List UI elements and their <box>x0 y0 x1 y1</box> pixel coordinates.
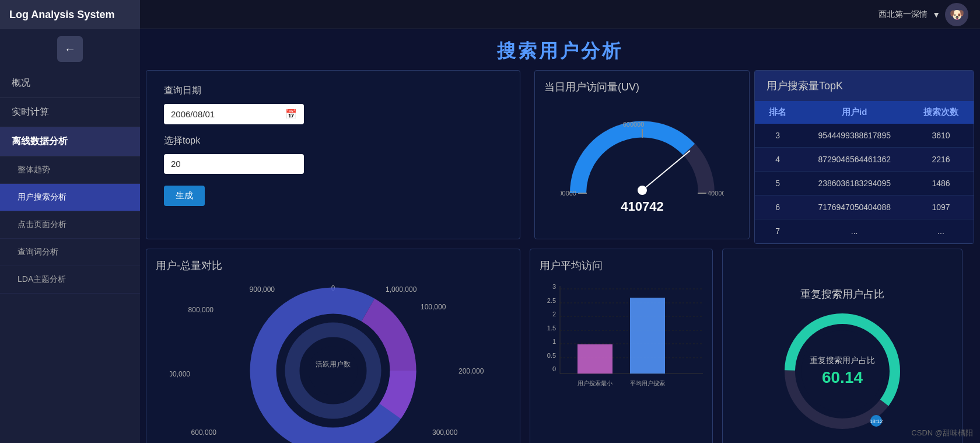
svg-text:200000: 200000 <box>561 190 576 197</box>
generate-button[interactable]: 生成 <box>164 186 205 206</box>
uv-title: 当日用户访问量(UV) <box>544 80 639 94</box>
svg-text:400000: 400000 <box>708 190 724 197</box>
repeat-gauge: 重复搜索用户占比 60.14 18:12 <box>778 307 907 435</box>
svg-text:600,000: 600,000 <box>191 428 217 437</box>
cell-count: 1097 <box>908 196 974 219</box>
table-row: 7 ... ... <box>755 219 974 243</box>
svg-text:300,000: 300,000 <box>432 428 458 437</box>
repeat-title: 重复搜索用户占比 <box>800 287 884 301</box>
sidebar-sub-lda[interactable]: LDA主题分析 <box>0 266 140 294</box>
gauge-container: 600000 400000 200000 410742 <box>561 100 724 217</box>
svg-text:2: 2 <box>552 311 556 318</box>
svg-text:1.5: 1.5 <box>547 325 556 332</box>
svg-text:0: 0 <box>552 365 556 372</box>
svg-text:1,000,000: 1,000,000 <box>386 285 417 294</box>
svg-text:410742: 410742 <box>621 199 663 214</box>
cell-userid: ... <box>800 219 908 243</box>
main-content: 搜索用户分析 查询日期 📅 选择topk 生成 当日用户访问量 <box>140 29 980 443</box>
topbar-user[interactable]: 西北第一深情 ▼ 🐶 <box>878 3 968 26</box>
svg-text:1: 1 <box>552 338 556 345</box>
sidebar-sub-query-word[interactable]: 查询词分析 <box>0 239 140 266</box>
cell-rank: 5 <box>755 172 800 196</box>
donut-chart: 0 100,000 200,000 300,000 400,000 500,00… <box>170 280 496 443</box>
sidebar-item-realtime[interactable]: 实时计算 <box>0 98 140 127</box>
cell-count: 3610 <box>908 124 974 148</box>
repeat-panel: 重复搜索用户占比 重复搜索用户占比 60.14 <box>722 249 963 443</box>
uv-panel: 当日用户访问量(UV) 600000 400000 2 <box>534 70 750 239</box>
svg-text:用户搜索最小: 用户搜索最小 <box>578 380 612 386</box>
watermark: CSDN @甜味橘阳 <box>911 428 973 438</box>
avg-panel: 用户平均访问 3 2.5 2 1.5 1 0.5 0 <box>530 249 713 443</box>
gauge-svg: 600000 400000 200000 410742 <box>561 100 724 217</box>
sidebar-header: Log Analysis System <box>0 0 140 29</box>
table-row: 6 7176947050404088 1097 <box>755 196 974 219</box>
svg-text:18:12: 18:12 <box>870 418 883 424</box>
svg-text:3: 3 <box>552 283 556 290</box>
col-count: 搜索次数 <box>908 101 974 124</box>
cell-rank: 6 <box>755 196 800 219</box>
topbar: 西北第一深情 ▼ 🐶 <box>140 0 980 29</box>
avg-chart: 3 2.5 2 1.5 1 0.5 0 <box>540 277 715 441</box>
svg-text:700,000: 700,000 <box>170 370 190 378</box>
back-icon: ← <box>64 43 76 56</box>
svg-rect-40 <box>578 344 612 374</box>
sidebar-title: Log Analysis System <box>9 9 114 21</box>
cell-rank: 3 <box>755 124 800 148</box>
avatar: 🐶 <box>945 3 968 26</box>
donut-panel: 用户-总量对比 0 100,000 200,000 300,000 400,00… <box>146 249 520 443</box>
svg-text:200,000: 200,000 <box>459 367 484 375</box>
svg-text:900,000: 900,000 <box>250 285 275 294</box>
cell-rank: 4 <box>755 148 800 172</box>
svg-text:2.5: 2.5 <box>547 297 556 304</box>
svg-text:100,000: 100,000 <box>421 303 446 311</box>
topk-input[interactable] <box>171 159 297 169</box>
date-input[interactable] <box>171 109 276 119</box>
cell-rank: 7 <box>755 219 800 243</box>
sidebar-sub-trend[interactable]: 整体趋势 <box>0 156 140 184</box>
svg-point-23 <box>309 346 358 395</box>
cell-count: ... <box>908 219 974 243</box>
table-row: 3 9544499388617895 3610 <box>755 124 974 148</box>
svg-text:0.5: 0.5 <box>547 352 556 359</box>
topk-label: 选择topk <box>164 135 502 147</box>
username-label: 西北第一深情 <box>878 9 928 20</box>
topk-table-title: 用户搜索量TopK <box>755 71 974 101</box>
back-button[interactable]: ← <box>57 36 83 62</box>
repeat-gauge-svg: 重复搜索用户占比 60.14 18:12 <box>778 307 907 435</box>
svg-text:平均用户搜索: 平均用户搜索 <box>630 380 665 386</box>
col-userid: 用户id <box>800 101 908 124</box>
sidebar: Log Analysis System ← 概况 实时计算 离线数据分析 整体趋… <box>0 0 140 443</box>
svg-text:800,000: 800,000 <box>188 306 214 314</box>
donut-title: 用户-总量对比 <box>156 259 510 273</box>
cell-count: 1486 <box>908 172 974 196</box>
top-row: 查询日期 📅 选择topk 生成 当日用户访问量(UV) <box>140 70 980 244</box>
cell-userid: 8729046564461362 <box>800 148 908 172</box>
sidebar-item-offline[interactable]: 离线数据分析 <box>0 127 140 156</box>
cell-userid: 9544499388617895 <box>800 124 908 148</box>
svg-text:600000: 600000 <box>622 121 644 128</box>
date-input-wrap[interactable]: 📅 <box>164 104 304 124</box>
page-title: 搜索用户分析 <box>140 29 980 70</box>
sidebar-sub-user-search[interactable]: 用户搜索分析 <box>0 184 140 211</box>
dropdown-icon[interactable]: ▼ <box>932 10 940 19</box>
topk-input-wrap[interactable] <box>164 154 304 174</box>
calendar-icon: 📅 <box>285 109 297 120</box>
table-row: 5 2386036183294095 1486 <box>755 172 974 196</box>
topk-panel: 用户搜索量TopK 排名 用户id 搜索次数 3 954449938861789… <box>754 70 974 244</box>
date-label: 查询日期 <box>164 85 502 97</box>
col-rank: 排名 <box>755 101 800 124</box>
table-row: 4 8729046564461362 2216 <box>755 148 974 172</box>
topk-table: 排名 用户id 搜索次数 3 9544499388617895 36104 87… <box>755 101 974 243</box>
svg-text:活跃用户数: 活跃用户数 <box>316 360 351 368</box>
cell-userid: 2386036183294095 <box>800 172 908 196</box>
svg-text:60.14: 60.14 <box>822 368 863 386</box>
svg-line-7 <box>642 151 690 190</box>
svg-text:重复搜索用户占比: 重复搜索用户占比 <box>810 355 875 365</box>
svg-rect-41 <box>630 298 665 374</box>
avg-title: 用户平均访问 <box>540 259 703 273</box>
cell-userid: 7176947050404088 <box>800 196 908 219</box>
sidebar-item-overview[interactable]: 概况 <box>0 69 140 98</box>
bottom-row: 用户-总量对比 0 100,000 200,000 300,000 400,00… <box>140 249 980 443</box>
sidebar-sub-page-click[interactable]: 点击页面分析 <box>0 211 140 239</box>
cell-count: 2216 <box>908 148 974 172</box>
